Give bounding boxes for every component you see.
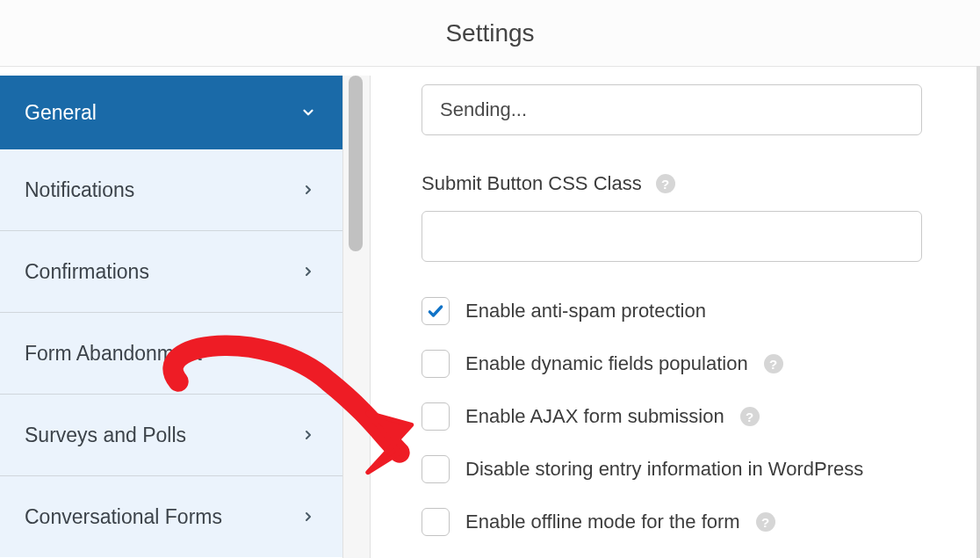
sidebar-item-form-abandonment[interactable]: Form Abandonment <box>0 313 342 395</box>
option-ajax-submission[interactable]: Enable AJAX form submission ? <box>422 402 904 431</box>
option-anti-spam[interactable]: Enable anti-spam protection <box>422 297 904 325</box>
scrollbar-gutter[interactable] <box>342 76 371 558</box>
option-label: Enable AJAX form submission <box>465 405 724 428</box>
label-text: Submit Button CSS Class <box>422 172 642 195</box>
sidebar-item-label: Surveys and Polls <box>25 424 186 447</box>
option-label: Enable offline mode for the form <box>465 511 740 533</box>
scrollbar-thumb[interactable] <box>349 76 363 251</box>
settings-sidebar: General Notifications Confirmations Form… <box>0 76 342 557</box>
option-offline-mode[interactable]: Enable offline mode for the form ? <box>422 508 904 536</box>
checkbox[interactable] <box>422 455 450 483</box>
sidebar-item-surveys-polls[interactable]: Surveys and Polls <box>0 395 342 476</box>
submit-processing-text-input[interactable]: Sending... <box>422 84 922 135</box>
input-value: Sending... <box>440 98 527 121</box>
checkbox[interactable] <box>422 508 450 536</box>
sidebar-item-general[interactable]: General <box>0 76 342 149</box>
help-icon[interactable]: ? <box>740 407 760 426</box>
chevron-right-icon <box>299 262 318 281</box>
submit-button-css-class-label: Submit Button CSS Class ? <box>422 172 904 195</box>
help-icon[interactable]: ? <box>656 174 675 193</box>
sidebar-item-label: Form Abandonment <box>25 342 202 366</box>
chevron-right-icon <box>299 180 318 199</box>
chevron-right-icon <box>299 425 318 445</box>
page-title: Settings <box>445 19 534 47</box>
settings-header: Settings <box>0 0 980 67</box>
checkbox[interactable] <box>422 350 450 378</box>
option-label: Enable dynamic fields population <box>465 352 748 375</box>
help-icon[interactable]: ? <box>756 512 775 532</box>
submit-button-css-class-input[interactable] <box>422 211 922 262</box>
option-label: Enable anti-spam protection <box>465 300 706 322</box>
help-icon[interactable]: ? <box>764 354 783 373</box>
option-disable-storing-entry[interactable]: Disable storing entry information in Wor… <box>422 455 904 483</box>
chevron-right-icon <box>299 507 318 526</box>
checkbox[interactable] <box>422 297 450 325</box>
sidebar-item-notifications[interactable]: Notifications <box>0 149 342 231</box>
sidebar-item-conversational-forms[interactable]: Conversational Forms <box>0 476 342 557</box>
sidebar-item-label: Confirmations <box>25 260 149 284</box>
panel-right-edge <box>976 66 980 558</box>
sidebar-item-label: General <box>25 101 97 125</box>
chevron-down-icon <box>299 103 318 122</box>
option-label: Disable storing entry information in Wor… <box>465 458 863 481</box>
sidebar-item-label: Notifications <box>25 178 134 202</box>
checkbox[interactable] <box>422 402 450 431</box>
option-dynamic-fields[interactable]: Enable dynamic fields population ? <box>422 350 904 378</box>
sidebar-item-label: Conversational Forms <box>25 505 222 529</box>
sidebar-item-confirmations[interactable]: Confirmations <box>0 231 342 313</box>
settings-content: Sending... Submit Button CSS Class ? Ena… <box>369 76 957 536</box>
